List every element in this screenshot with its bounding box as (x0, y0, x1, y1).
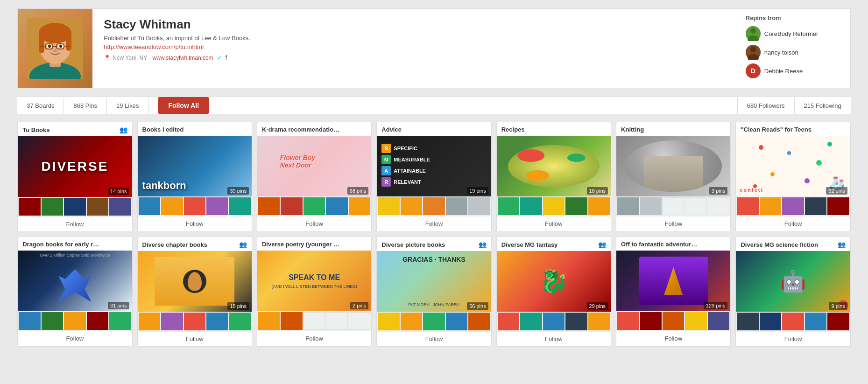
follow-button[interactable]: Follow (257, 331, 371, 346)
repins-section: Repins from CoreBody Reformer nancy tols… (738, 9, 850, 88)
flower-overlay: Flower BoyNext Door (280, 154, 315, 169)
follow-button[interactable]: Follow (736, 216, 850, 231)
profile-url[interactable]: http://www.leeandlow.com/p/tu.mhtml (104, 43, 727, 50)
follow-button[interactable]: Follow (736, 331, 850, 346)
thumb (640, 197, 662, 215)
board-main-image: 18 pins (497, 136, 611, 196)
follow-button[interactable]: Follow (377, 216, 491, 231)
board-main-image: 🐉 29 pins (497, 251, 611, 312)
thumb (326, 312, 347, 330)
board-header: K-drama recommendations (257, 122, 371, 136)
thumb (498, 197, 519, 215)
board-title: Tu Books (22, 126, 49, 133)
thumb (303, 197, 325, 215)
thumb (543, 197, 565, 215)
follow-button[interactable]: Follow (138, 216, 252, 231)
thumb (161, 197, 183, 215)
svg-point-9 (48, 44, 51, 48)
pins-tab[interactable]: 868 Pins (64, 98, 107, 114)
board-title: Knitting (621, 126, 644, 133)
pin-count: 39 pins (227, 187, 248, 195)
board-thumbnails (18, 197, 132, 216)
thumb (617, 312, 639, 330)
thumb (520, 313, 542, 330)
following-count[interactable]: 215 Following (794, 98, 851, 114)
board-main-image: Over 2 Million Copies Sold Worldwide 31 … (18, 251, 132, 311)
board-thumbnails (138, 312, 252, 331)
thumb (588, 197, 610, 215)
follow-button[interactable]: Follow (18, 216, 132, 231)
follow-button[interactable]: Follow (18, 331, 132, 346)
board-main-image: 3 pins (616, 136, 730, 196)
follow-button[interactable]: Follow (497, 331, 611, 346)
thumb (617, 197, 639, 215)
pin-count: 31 pins (108, 302, 129, 309)
profile-bio: Publisher of Tu Books, an imprint of Lee… (104, 35, 727, 42)
pin-count: 56 pins (467, 302, 488, 310)
board-thumbnails (497, 196, 611, 216)
stats-right: 680 Followers 215 Following (737, 98, 851, 114)
thumb (663, 312, 684, 330)
svg-rect-5 (39, 32, 44, 53)
board-thumbnails (18, 311, 132, 331)
boards-grid-row1: Tu Books 👥 DIVERSE 14 pins Follow Books … (17, 122, 851, 232)
follow-button[interactable]: Follow (257, 216, 371, 231)
thumb (663, 197, 684, 215)
board-title: Dragon books for early reade... (22, 241, 101, 248)
board-header: Knitting (616, 122, 730, 136)
svg-point-10 (59, 44, 62, 48)
board-title: K-drama recommendations (262, 126, 340, 133)
thumb (782, 313, 804, 330)
thumb (640, 312, 662, 330)
pin-count: 29 pins (587, 302, 608, 310)
profile-info: Stacy Whitman Publisher of Tu Books, an … (92, 9, 738, 88)
repin-item[interactable]: CoreBody Reformer (746, 26, 843, 41)
board-card-recipes: Recipes 18 pins Follow (496, 122, 611, 232)
boards-tab[interactable]: 37 Boards (17, 98, 64, 114)
board-card-div-poetry: Diverse poetry (younger read... SPEAK TO… (257, 237, 372, 347)
thumb (206, 313, 228, 330)
followers-count[interactable]: 680 Followers (737, 98, 794, 114)
pin-count: 14 pins (108, 188, 129, 195)
repin-item[interactable]: nancy tolson (746, 45, 843, 60)
svg-rect-6 (66, 32, 71, 51)
thumb (737, 197, 758, 215)
board-thumbnails (736, 312, 850, 331)
thumb (87, 198, 108, 216)
profile-website-link[interactable]: www.stacylwhitman.com (153, 55, 213, 61)
board-card-div-chapter: Diverse chapter books 👥 18 pins Follow (137, 237, 252, 347)
thumb (184, 197, 205, 215)
stats-bar: 37 Boards 868 Pins 19 Likes Follow All 6… (17, 97, 851, 114)
board-card-advice: Advice SSPECIFIC MMEASURABLE AATTAINABLE… (376, 122, 491, 232)
thumb (827, 197, 849, 215)
follow-button[interactable]: Follow (616, 216, 730, 231)
board-header: Diverse MG fantasy 👥 (497, 237, 611, 251)
board-header: Dragon books for early reade... (18, 237, 132, 251)
likes-tab[interactable]: 19 Likes (107, 98, 148, 114)
profile-location: 📍 New York, NY · www.stacylwhitman.com ✓… (104, 54, 727, 62)
thumb (349, 312, 370, 330)
board-thumbnails (377, 196, 491, 216)
board-title: Off to fantastic adventures in... (621, 241, 699, 248)
thumb (468, 313, 490, 330)
board-title: Diverse MG science fiction (741, 241, 818, 248)
board-thumbnails (497, 312, 611, 331)
thumb (326, 197, 347, 215)
board-main-image: 🧦 confett 62 pins (736, 136, 850, 196)
thumb (446, 313, 467, 330)
follow-button[interactable]: Follow (138, 331, 252, 346)
svg-point-16 (53, 49, 57, 52)
follow-button[interactable]: Follow (616, 331, 730, 346)
thumb (184, 313, 205, 330)
board-main-image: Flower BoyNext Door 68 pins (257, 136, 371, 196)
follow-all-button[interactable]: Follow All (158, 97, 209, 114)
thumb (423, 313, 445, 330)
repin-item[interactable]: D Debbie Reese (746, 63, 843, 78)
thumb (782, 197, 804, 215)
thumb (19, 312, 40, 330)
board-card-kdrama: K-drama recommendations Flower BoyNext D… (257, 122, 372, 232)
thumb (708, 312, 729, 330)
thumb (19, 198, 40, 216)
follow-button[interactable]: Follow (497, 216, 611, 231)
follow-button[interactable]: Follow (377, 331, 491, 346)
